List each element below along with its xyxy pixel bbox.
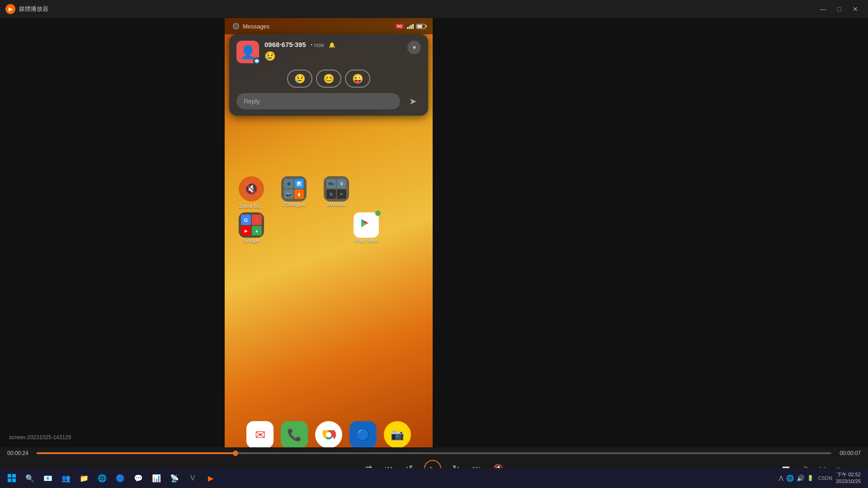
taskbar-app-ppt[interactable]: 📊: [148, 470, 165, 486]
app-title: 媒體播放器: [19, 5, 48, 13]
windows-logo: [8, 474, 16, 482]
reply-input[interactable]: [236, 93, 400, 109]
zebra-icon: 🔇: [239, 176, 264, 202]
app-window: ▶ 媒體播放器 — □ ✕ �: [0, 0, 868, 488]
folder-icon-4: ▮: [294, 189, 304, 199]
progress-area: 00:00:24 00:00:07: [7, 450, 861, 456]
start-button[interactable]: [4, 470, 20, 486]
system-tray: ⋀ 🌐 🔊 🔋 CSDN: [779, 474, 832, 482]
right-area: [433, 18, 868, 488]
avatar-icon: 👤: [240, 45, 256, 60]
taskbar-app-vba[interactable]: V: [184, 470, 201, 486]
taskbar-app-teams[interactable]: 👥: [58, 470, 74, 486]
progress-track[interactable]: [37, 452, 831, 454]
folder-icon-3: 📷: [284, 189, 293, 199]
tray-battery: 🔋: [807, 475, 814, 481]
bar-3: [410, 25, 412, 29]
taskbar-apps: 📧 👥 📁 🌐 🔵 💬 📊 📡 V ▶: [40, 470, 219, 486]
dock-camera[interactable]: 📷: [384, 421, 411, 448]
win-sq-3: [8, 479, 11, 482]
win-sq-1: [8, 474, 11, 478]
google-folder-icon: G 📍 ▶ ▲: [239, 212, 264, 238]
statusbar-app-name: Messages: [243, 23, 269, 30]
send-icon: [409, 96, 417, 107]
taskbar-app-outlook[interactable]: 📧: [40, 470, 56, 486]
app-item-zmonitor[interactable]: Rx 🗑 B ≋ zMonitor: [317, 176, 356, 209]
app-row-2: G 📍 ▶ ▲ Google: [232, 212, 425, 243]
messages-icon: [232, 22, 240, 30]
bar-1: [407, 27, 408, 29]
main-content: 🔇 Zebra Sh... ⚙ 📊 📷 ▮ zConfigure: [0, 18, 868, 488]
taskbar-clock[interactable]: 下午 02:52 2023/10/25: [836, 471, 861, 485]
google-label: Google: [243, 238, 259, 243]
zebra-label: Zebra Sh...: [239, 203, 264, 209]
emoji-tongue-button[interactable]: 😜: [345, 70, 370, 88]
file-name: screen-20231025-143129: [9, 434, 71, 441]
current-time: 00:00:24: [7, 450, 32, 456]
app-item-playstore[interactable]: Play Store: [347, 212, 386, 243]
gf-youtube: ▶: [241, 226, 251, 235]
notification-time: •: [311, 42, 314, 48]
window-controls: — □ ✕: [816, 3, 863, 15]
notification-message: 😢: [264, 51, 402, 61]
emoji-happy-button[interactable]: 😊: [316, 70, 341, 88]
statusbar-left: Messages: [232, 22, 269, 30]
taskbar-app-explorer[interactable]: 📁: [76, 470, 92, 486]
clock-date: 2023/10/25: [836, 478, 861, 485]
left-panel: [0, 18, 225, 488]
notification-time-val: now: [314, 42, 324, 48]
app-item-zconfigure[interactable]: ⚙ 📊 📷 ▮ zConfigure: [274, 176, 313, 209]
taskbar-app-edge[interactable]: 🌐: [94, 470, 110, 486]
win-sq-4: [12, 479, 16, 482]
send-button[interactable]: [405, 93, 421, 109]
taskbar-app-chrome[interactable]: 🔵: [112, 470, 128, 486]
zconfigure-folder-icon: ⚙ 📊 📷 ▮: [281, 176, 307, 202]
dock-chrome[interactable]: [315, 421, 342, 448]
signal-bars: [407, 24, 414, 29]
windows-taskbar: 🔍 📧 👥 📁 🌐 🔵 💬 📊 📡 V ▶ ⋀ 🌐 🔊 🔋 CSDN 下午 02…: [0, 468, 868, 488]
zmonitor-folder-icon: Rx 🗑 B ≋: [324, 176, 349, 202]
playstore-icon: [354, 212, 379, 238]
phone-number: 0968·675·395: [264, 41, 306, 48]
minimize-button[interactable]: —: [816, 3, 830, 15]
app-item-zebra[interactable]: 🔇 Zebra Sh...: [232, 176, 271, 209]
battery-fill: [417, 25, 422, 28]
close-button[interactable]: ✕: [848, 3, 863, 15]
file-info: screen-20231025-143129: [9, 434, 71, 441]
clock-time: 下午 02:52: [836, 471, 861, 478]
bar-4: [412, 24, 414, 29]
dock-phone[interactable]: 📞: [281, 421, 308, 448]
gf-drive: ▲: [252, 226, 262, 235]
app-item-google[interactable]: G 📍 ▶ ▲ Google: [232, 212, 271, 243]
tray-volume: 🔊: [797, 474, 804, 482]
zmonitor-label: zMonitor: [327, 202, 346, 207]
playstore-label: Play Store: [355, 238, 378, 243]
contact-avatar: 👤 💬: [236, 41, 259, 63]
zmonitor-icon-1: Rx: [326, 179, 336, 188]
win-sq-2: [12, 474, 16, 478]
taskbar-right: ⋀ 🌐 🔊 🔋 CSDN 下午 02:52 2023/10/25: [779, 471, 864, 485]
taskbar-app-skype[interactable]: 💬: [130, 470, 146, 486]
progress-fill: [37, 452, 236, 454]
taskbar-app-filezilla[interactable]: 📡: [166, 470, 183, 486]
tray-datetime: CSDN: [818, 475, 832, 481]
taskbar-app-media[interactable]: ▶: [203, 470, 219, 486]
app-icon: ▶: [5, 4, 15, 14]
gf-google-search: G: [241, 215, 251, 225]
notification-bell: 🔔: [329, 42, 335, 48]
emoji-sad-button[interactable]: 😢: [287, 70, 312, 88]
tray-chevron[interactable]: ⋀: [779, 475, 783, 481]
maximize-button[interactable]: □: [832, 3, 846, 15]
search-button[interactable]: 🔍: [22, 470, 38, 486]
svg-point-3: [234, 24, 238, 28]
notification-card: 👤 💬 0968·675·395 • now 🔔 😢: [229, 34, 428, 116]
svg-point-1: [326, 432, 331, 437]
zconfigure-label: zConfigure: [282, 202, 306, 207]
zmonitor-icon-2: 🗑: [337, 179, 346, 188]
total-time: 00:00:07: [836, 450, 861, 456]
playstore-badge: [375, 211, 381, 216]
dock-app4[interactable]: 🔵: [349, 421, 377, 448]
expand-button[interactable]: [407, 41, 421, 54]
notification-info: 0968·675·395 • now 🔔 😢: [264, 41, 402, 61]
dock-gmail[interactable]: ✉: [246, 421, 274, 448]
